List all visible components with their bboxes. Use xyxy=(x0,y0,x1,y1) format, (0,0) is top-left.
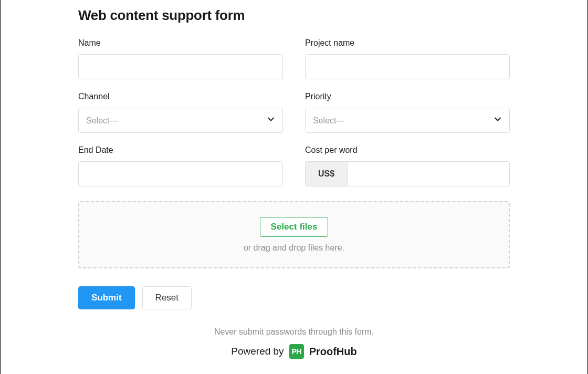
select-wrapper-channel: Select--- xyxy=(78,108,283,133)
select-channel[interactable]: Select--- xyxy=(78,108,283,133)
form-fields-grid: Name Project name Channel Select--- Prio… xyxy=(78,38,510,186)
field-cost-per-word: Cost per word US$ xyxy=(305,146,510,186)
label-priority: Priority xyxy=(305,92,510,101)
field-channel: Channel Select--- xyxy=(78,92,283,133)
input-project-name[interactable] xyxy=(305,54,510,79)
label-end-date: End Date xyxy=(78,146,283,155)
form-actions: Submit Reset xyxy=(78,286,510,309)
form-container: Web content support form Name Project na… xyxy=(0,0,588,374)
field-priority: Priority Select--- xyxy=(305,92,510,133)
input-end-date[interactable] xyxy=(78,161,283,186)
label-channel: Channel xyxy=(78,92,283,101)
form-disclaimer: Never submit passwords through this form… xyxy=(78,327,510,337)
dropzone-hint: or drag and drop files here. xyxy=(90,243,498,253)
file-dropzone[interactable]: Select files or drag and drop files here… xyxy=(78,201,510,268)
input-group-cost: US$ xyxy=(305,161,510,186)
submit-button[interactable]: Submit xyxy=(78,286,135,309)
label-project-name: Project name xyxy=(305,38,510,48)
input-cost-per-word[interactable] xyxy=(347,161,510,186)
powered-by-text: Powered by xyxy=(231,346,284,357)
brand-name: ProofHub xyxy=(309,346,357,358)
form-title: Web content support form xyxy=(78,7,510,24)
proofhub-logo-icon: PH xyxy=(289,344,304,359)
field-project-name: Project name xyxy=(305,38,510,79)
input-name[interactable] xyxy=(78,54,283,79)
select-wrapper-priority: Select--- xyxy=(305,108,510,133)
currency-prefix: US$ xyxy=(305,161,347,186)
label-cost-per-word: Cost per word xyxy=(305,146,510,155)
label-name: Name xyxy=(78,38,283,48)
select-priority[interactable]: Select--- xyxy=(305,108,510,133)
powered-by: Powered by PH ProofHub xyxy=(78,344,510,359)
field-end-date: End Date xyxy=(78,146,283,186)
reset-button[interactable]: Reset xyxy=(142,286,192,309)
select-files-button[interactable]: Select files xyxy=(260,217,329,237)
field-name: Name xyxy=(78,38,283,79)
